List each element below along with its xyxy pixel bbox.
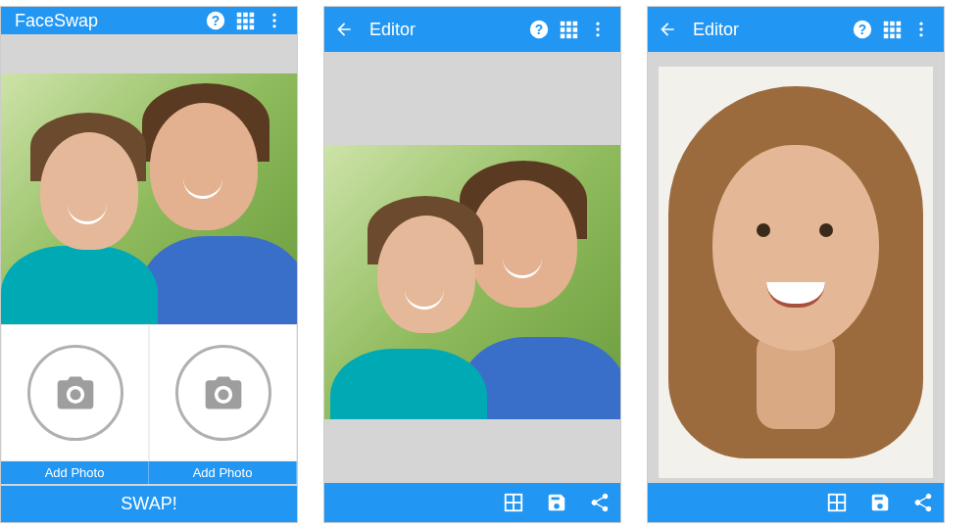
overflow-icon[interactable]	[260, 10, 289, 31]
svg-point-26	[596, 27, 599, 30]
add-photo-label-2[interactable]: Add Photo	[149, 461, 297, 484]
share-icon[interactable]	[589, 492, 614, 513]
svg-point-27	[596, 33, 599, 36]
svg-point-11	[272, 14, 275, 17]
camera-icon	[27, 345, 123, 441]
add-photo-label-1[interactable]: Add Photo	[1, 461, 149, 484]
svg-point-12	[272, 19, 275, 22]
screen-editor-portrait: Editor ?	[647, 6, 945, 523]
camera-icon	[175, 345, 271, 441]
svg-rect-35	[897, 22, 902, 26]
svg-rect-38	[897, 27, 902, 32]
svg-rect-3	[243, 13, 248, 18]
slot-labels: Add Photo Add Photo	[1, 461, 297, 484]
editor-bottombar	[648, 483, 944, 522]
screen-faceswap-home: FaceSwap ?	[0, 6, 298, 523]
svg-rect-9	[243, 25, 248, 30]
svg-rect-4	[250, 13, 255, 18]
svg-rect-21	[573, 27, 578, 32]
appbar-title: Editor	[364, 20, 524, 40]
svg-rect-8	[237, 25, 242, 30]
save-icon[interactable]	[869, 492, 895, 513]
svg-rect-39	[884, 34, 889, 39]
back-icon[interactable]	[656, 20, 687, 39]
svg-text:?: ?	[535, 23, 543, 37]
svg-rect-6	[243, 19, 248, 24]
help-icon[interactable]: ?	[524, 19, 554, 40]
svg-rect-2	[237, 13, 242, 18]
layout-icon[interactable]	[826, 492, 852, 513]
svg-rect-41	[897, 34, 902, 39]
save-icon[interactable]	[546, 492, 571, 513]
svg-rect-19	[561, 27, 565, 32]
appbar: FaceSwap ?	[1, 7, 297, 34]
svg-rect-10	[250, 25, 255, 30]
layout-icon[interactable]	[503, 492, 528, 513]
svg-rect-36	[884, 27, 889, 32]
home-content: Add Photo Add Photo SWAP!	[1, 34, 297, 522]
back-icon[interactable]	[332, 20, 364, 39]
photo-slots	[1, 324, 297, 461]
overflow-icon[interactable]	[583, 19, 612, 40]
svg-rect-37	[890, 27, 895, 32]
svg-rect-16	[561, 22, 565, 26]
svg-text:?: ?	[212, 14, 220, 28]
add-photo-slot-2[interactable]	[149, 324, 297, 461]
appbar-title: FaceSwap	[9, 11, 201, 31]
svg-rect-33	[884, 22, 889, 26]
svg-point-44	[919, 33, 922, 36]
svg-point-43	[919, 27, 922, 30]
svg-rect-40	[890, 34, 895, 39]
svg-rect-22	[561, 34, 565, 39]
grid-icon[interactable]	[877, 19, 906, 40]
editor-content	[324, 52, 620, 522]
svg-rect-5	[237, 19, 242, 24]
editor-image[interactable]	[659, 67, 933, 478]
svg-rect-17	[566, 22, 571, 26]
add-photo-slot-1[interactable]	[1, 324, 149, 461]
share-icon[interactable]	[912, 492, 938, 513]
svg-rect-34	[890, 22, 895, 26]
grid-icon[interactable]	[230, 10, 260, 31]
svg-rect-7	[250, 19, 255, 24]
grid-icon[interactable]	[554, 19, 583, 40]
editor-bottombar	[324, 483, 620, 522]
swap-button[interactable]: SWAP!	[1, 486, 297, 522]
svg-rect-18	[573, 22, 578, 26]
help-icon[interactable]: ?	[848, 19, 877, 40]
svg-point-42	[919, 23, 922, 25]
appbar: Editor ?	[324, 7, 620, 52]
main-photo[interactable]	[1, 73, 297, 324]
help-icon[interactable]: ?	[201, 10, 230, 31]
editor-content	[648, 52, 944, 522]
overflow-icon[interactable]	[906, 19, 936, 40]
svg-point-25	[596, 23, 599, 25]
appbar: Editor ?	[648, 7, 944, 52]
screen-editor-couple: Editor ?	[323, 6, 621, 523]
svg-point-13	[272, 24, 275, 27]
editor-image[interactable]	[324, 145, 620, 419]
svg-text:?: ?	[858, 23, 866, 37]
svg-rect-20	[566, 27, 571, 32]
svg-rect-24	[573, 34, 578, 39]
svg-rect-23	[566, 34, 571, 39]
appbar-title: Editor	[687, 20, 848, 40]
